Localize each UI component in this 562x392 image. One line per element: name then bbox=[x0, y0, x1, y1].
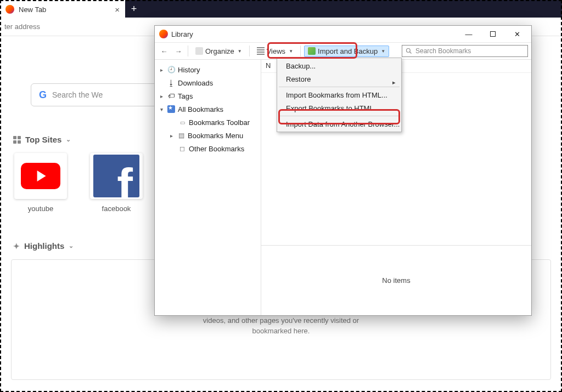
menu-import-html[interactable]: Import Bookmarks from HTML... bbox=[278, 88, 400, 101]
tree-label: Tags bbox=[178, 92, 193, 100]
close-tab-icon[interactable]: × bbox=[115, 5, 120, 14]
tree-bookmarks-toolbar[interactable]: Bookmarks Toolbar bbox=[155, 116, 261, 129]
tag-icon bbox=[167, 92, 176, 100]
tile-label: facebook bbox=[102, 204, 131, 213]
menu-label: Export Bookmarks to HTML... bbox=[286, 104, 380, 112]
sparkle-icon: ✦ bbox=[13, 242, 20, 251]
tile-label: youtube bbox=[28, 204, 53, 213]
search-placeholder: Search the We bbox=[52, 90, 103, 99]
tree-history[interactable]: ▸History bbox=[155, 63, 261, 76]
menu-export-html[interactable]: Export Bookmarks to HTML... bbox=[278, 101, 400, 115]
menu-separator bbox=[279, 87, 400, 87]
tree-label: Other Bookmarks bbox=[189, 145, 244, 153]
chevron-down-icon: ⌄ bbox=[66, 136, 71, 143]
import-backup-button[interactable]: Import and Backup ▼ bbox=[304, 46, 389, 57]
back-button[interactable]: ← bbox=[158, 45, 170, 57]
search-placeholder: Search Bookmarks bbox=[415, 47, 471, 55]
organize-button[interactable]: Organize ▼ bbox=[192, 46, 246, 57]
menu-separator bbox=[279, 116, 400, 116]
search-box[interactable]: G Search the We bbox=[31, 83, 162, 106]
search-icon bbox=[406, 48, 412, 54]
maximize-button[interactable] bbox=[481, 26, 505, 42]
chevron-down-icon: ▼ bbox=[289, 49, 293, 54]
menu-import-browser[interactable]: Import Data from Another Browser... bbox=[278, 117, 400, 130]
star-icon bbox=[167, 105, 176, 113]
tree-label: Bookmarks Toolbar bbox=[189, 118, 250, 127]
tile-facebook[interactable]: f facebook bbox=[90, 153, 143, 213]
tree-downloads[interactable]: Downloads bbox=[155, 76, 261, 89]
tree-label: Bookmarks Menu bbox=[188, 132, 243, 140]
views-label: Views bbox=[267, 47, 285, 55]
library-tree: ▸History Downloads ▸Tags ▾All Bookmarks … bbox=[155, 60, 261, 315]
new-tab-button[interactable]: + bbox=[125, 0, 143, 18]
tree-tags[interactable]: ▸Tags bbox=[155, 89, 261, 103]
chevron-down-icon: ⌄ bbox=[69, 242, 74, 249]
download-icon bbox=[167, 78, 176, 87]
window-controls: — ✕ bbox=[457, 26, 529, 42]
menu-label: Import Bookmarks from HTML... bbox=[286, 91, 387, 99]
views-icon bbox=[257, 47, 265, 55]
tree-bookmarks-menu[interactable]: ▸Bookmarks Menu bbox=[155, 129, 261, 142]
close-button[interactable]: ✕ bbox=[505, 26, 529, 42]
forward-button[interactable]: → bbox=[172, 45, 184, 57]
highlights-label: Highlights bbox=[24, 241, 64, 251]
youtube-icon bbox=[21, 163, 60, 189]
organize-icon bbox=[195, 47, 203, 55]
tree-other-bookmarks[interactable]: Other Bookmarks bbox=[155, 142, 261, 155]
tree-label: All Bookmarks bbox=[178, 105, 223, 113]
menu-icon bbox=[177, 131, 186, 140]
import-icon bbox=[308, 47, 316, 55]
grid-icon bbox=[13, 136, 21, 144]
library-search[interactable]: Search Bookmarks bbox=[402, 45, 528, 57]
separator bbox=[188, 46, 188, 56]
menu-backup[interactable]: Backup... bbox=[278, 59, 400, 72]
menu-label: Backup... bbox=[286, 62, 316, 70]
google-logo-icon: G bbox=[39, 89, 47, 101]
clock-icon bbox=[167, 65, 176, 74]
chevron-down-icon: ▼ bbox=[238, 49, 242, 54]
separator bbox=[249, 46, 250, 56]
views-button[interactable]: Views ▼ bbox=[253, 46, 297, 57]
svg-point-0 bbox=[407, 49, 411, 53]
tab-title: New Tab bbox=[19, 5, 46, 14]
library-titlebar[interactable]: Library — ✕ bbox=[155, 26, 531, 42]
library-window: Library — ✕ ← → Organize ▼ Views ▼ Impor… bbox=[154, 25, 532, 316]
firefox-icon bbox=[159, 30, 168, 38]
svg-line-1 bbox=[410, 52, 412, 54]
detail-info-panel: No items bbox=[261, 245, 531, 315]
folder-icon bbox=[178, 144, 187, 153]
menu-label: Import Data from Another Browser... bbox=[286, 120, 400, 128]
menu-label: Restore bbox=[286, 75, 311, 83]
chevron-down-icon: ▼ bbox=[381, 49, 385, 54]
tree-label: Downloads bbox=[178, 79, 213, 87]
no-items-label: No items bbox=[382, 276, 410, 285]
facebook-icon: f bbox=[93, 155, 139, 197]
tile-youtube[interactable]: youtube bbox=[14, 153, 67, 213]
organize-label: Organize bbox=[205, 47, 234, 55]
import-backup-menu: Backup... Restore Import Bookmarks from … bbox=[277, 58, 402, 132]
minimize-button[interactable]: — bbox=[457, 26, 481, 42]
folder-icon bbox=[178, 118, 187, 127]
library-title: Library bbox=[171, 30, 193, 38]
browser-tab[interactable]: New Tab × bbox=[0, 0, 125, 18]
tree-all-bookmarks[interactable]: ▾All Bookmarks bbox=[155, 103, 261, 116]
tab-strip: New Tab × + bbox=[0, 0, 562, 18]
top-sites-label: Top Sites bbox=[25, 135, 61, 144]
firefox-icon bbox=[5, 5, 14, 14]
separator bbox=[300, 46, 301, 56]
tree-label: History bbox=[178, 66, 200, 74]
import-backup-label: Import and Backup bbox=[318, 47, 378, 55]
menu-restore[interactable]: Restore bbox=[278, 72, 400, 86]
